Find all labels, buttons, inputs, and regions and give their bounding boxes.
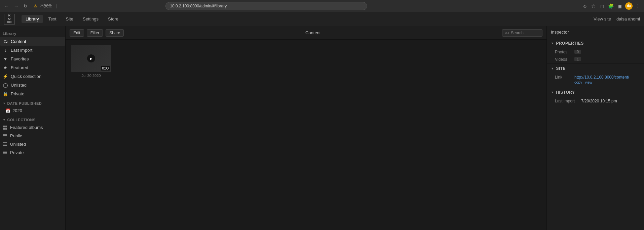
collection-unlisted-icon (3, 142, 7, 147)
site-section-header[interactable]: ▼ SITE (547, 63, 644, 74)
featured-icon: ★ (3, 65, 8, 70)
collection-private-label: Private (10, 150, 24, 155)
media-thumbnail: ▶ 0:00 (71, 45, 111, 72)
browser-chrome: ← → ↻ ⚠ 不安全 | 10.0.2.100:8000/admin/#/li… (0, 0, 644, 12)
videos-row: Videos 1 (547, 56, 644, 63)
videos-label: Videos (555, 57, 572, 62)
duration-badge: 0:00 (101, 66, 110, 71)
content-title: Content (126, 30, 499, 35)
app-header: KOEN Library Text Site Settings Store Vi… (0, 12, 644, 26)
main-navigation: Library Text Site Settings Store (22, 15, 122, 23)
bookmark-icon[interactable]: ☆ (590, 3, 597, 9)
last-import-icon: ↓ (3, 47, 8, 53)
quick-collection-icon: ⚡ (3, 74, 8, 79)
photos-row: Photos 0 (547, 48, 644, 56)
favorites-icon: ♥ (3, 56, 8, 61)
collection-item-private[interactable]: Private (0, 148, 65, 157)
photos-count: 0 (574, 50, 581, 54)
private-icon: 🔒 (3, 91, 8, 96)
content-icon: 🗂 (3, 39, 8, 44)
media-item[interactable]: ▶ 0:00 Jul 20 2020 (71, 45, 111, 78)
filter-button[interactable]: Filter (87, 29, 103, 37)
collection-public-label: Public (10, 133, 22, 138)
sidebar-item-featured[interactable]: ★ Featured (0, 63, 65, 72)
site-label: SITE (556, 66, 566, 71)
search-box[interactable]: 🏷 Search (502, 29, 542, 37)
sidebar-item-favorites[interactable]: ♥ Favorites (0, 54, 65, 63)
sidebar-item-content-label: Content (11, 39, 26, 44)
menu-icon[interactable]: ⋮ (635, 3, 641, 9)
history-section-header[interactable]: ▼ HISTORY (547, 87, 644, 97)
collections-arrow-icon: ▼ (3, 118, 6, 122)
collection-item-public[interactable]: Public (0, 132, 65, 140)
sidebar-item-private[interactable]: 🔒 Private (0, 89, 65, 98)
link-row: Link http://10.0.2.100.8000/content/ cop… (555, 75, 640, 84)
edit-button[interactable]: Edit (70, 29, 84, 37)
window-icon[interactable]: ▣ (616, 3, 623, 9)
browser-nav: ← → ↻ (3, 2, 30, 10)
link-url: http://10.0.2.100.8000/content/ (574, 75, 629, 80)
security-warning-text: 不安全 (40, 3, 52, 9)
content-grid: ▶ 0:00 Jul 20 2020 (66, 40, 546, 230)
sidebar-item-last-import[interactable]: ↓ Last import (0, 46, 65, 54)
collections-section[interactable]: ▼ COLLECTIONS (0, 114, 65, 123)
content-toolbar: Edit Filter Share Content 🏷 Search (66, 26, 546, 40)
collections-label: COLLECTIONS (7, 118, 35, 122)
view-site-link[interactable]: View site (594, 16, 611, 21)
tab-text[interactable]: Text (44, 15, 61, 23)
security-warning-icon: ⚠ (34, 4, 37, 8)
properties-arrow-icon: ▼ (551, 42, 554, 45)
content-area: Edit Filter Share Content 🏷 Search ▶ 0:0… (66, 26, 546, 230)
link-section: Link http://10.0.2.100.8000/content/ cop… (547, 74, 644, 87)
inspector-title: Inspector (547, 26, 644, 38)
tab-store[interactable]: Store (104, 15, 122, 23)
videos-count: 1 (574, 57, 581, 61)
collection-item-unlisted[interactable]: Unlisted (0, 140, 65, 148)
header-actions: View site daisa ahomi (594, 16, 640, 21)
date-published-label: DATE PUBLISHED (7, 101, 42, 105)
puzzle-icon[interactable]: 🧩 (608, 3, 614, 9)
history-arrow-icon: ▼ (551, 91, 554, 94)
share-button[interactable]: Share (106, 29, 124, 37)
share-icon[interactable]: ⎋ (581, 3, 588, 9)
sidebar-item-quick-collection[interactable]: ⚡ Quick collection (0, 72, 65, 81)
address-bar[interactable]: 10.0.2.100:8000/admin/#/library (165, 2, 367, 10)
collection-item-featured-albums[interactable]: Featured albums (0, 123, 65, 132)
collection-unlisted-label: Unlisted (10, 142, 26, 147)
site-arrow-icon: ▼ (551, 67, 554, 70)
search-placeholder: Search (511, 31, 524, 35)
history-section: ▼ HISTORY Last import 7/20/2020 10:15 pm (547, 87, 644, 105)
media-date: Jul 20 2020 (71, 74, 111, 78)
back-button[interactable]: ← (3, 2, 11, 10)
sidebar-item-last-import-label: Last import (11, 48, 32, 53)
sidebar-item-content[interactable]: 🗂 Content (0, 37, 65, 46)
history-label: HISTORY (556, 90, 575, 95)
site-section: ▼ SITE Link http://10.0.2.100.8000/conte… (547, 63, 644, 87)
refresh-button[interactable]: ↻ (22, 2, 30, 10)
user-avatar[interactable]: da (625, 2, 633, 10)
tab-site[interactable]: Site (62, 15, 77, 23)
date-published-section[interactable]: ▼ DATE PUBLISHED (0, 98, 65, 107)
tab-library[interactable]: Library (22, 15, 43, 23)
user-name[interactable]: daisa ahomi (616, 16, 640, 21)
year-item-2020[interactable]: 📅 2020 (0, 107, 65, 114)
extension-icon[interactable]: ◻ (599, 3, 606, 9)
year-2020-label: 2020 (12, 108, 22, 113)
last-import-row: Last import 7/20/2020 10:15 pm (547, 97, 644, 105)
properties-section-header[interactable]: ▼ PROPERTIES (547, 38, 644, 48)
play-button-icon: ▶ (87, 54, 95, 62)
sidebar-item-quick-collection-label: Quick collection (11, 74, 41, 79)
view-link-button[interactable]: view (585, 80, 592, 84)
inspector-panel: Inspector ▼ PROPERTIES Photos 0 Videos 1… (546, 26, 644, 230)
link-content: http://10.0.2.100.8000/content/ copy vie… (574, 75, 629, 84)
sidebar-item-unlisted-label: Unlisted (11, 83, 27, 88)
unlisted-icon: ◯ (3, 82, 8, 88)
date-arrow-icon: ▼ (3, 102, 6, 105)
search-icon: 🏷 (505, 31, 509, 35)
forward-button[interactable]: → (12, 2, 20, 10)
sidebar-item-unlisted[interactable]: ◯ Unlisted (0, 81, 65, 89)
tab-settings[interactable]: Settings (79, 15, 103, 23)
copy-link-button[interactable]: copy (574, 80, 582, 84)
sidebar: Library 🗂 Content ↓ Last import ♥ Favori… (0, 26, 66, 230)
public-icon (3, 134, 7, 138)
